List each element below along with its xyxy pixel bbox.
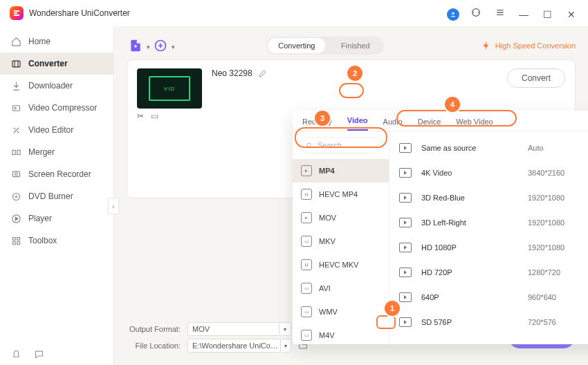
sidebar-item-label: Screen Recorder	[28, 169, 91, 179]
preset-resolution: 1280*720	[528, 268, 588, 277]
video-thumbnail[interactable]: VID ✂ ▭	[137, 68, 202, 109]
video-icon	[399, 193, 412, 203]
preset-name: SD 576P	[421, 318, 518, 326]
preset-name: HD 720P	[421, 268, 518, 277]
format-item-hevcmp4[interactable]: HHEVC MP4	[293, 182, 389, 206]
sidebar-item-label: Video Editor	[28, 125, 73, 135]
preset-item[interactable]: HD 720P1280*720	[389, 260, 588, 285]
sidebar-item-player[interactable]: Player	[0, 207, 113, 230]
sidebar-item-downloader[interactable]: Downloader	[0, 75, 113, 97]
sidebar-item-recorder[interactable]: Screen Recorder	[0, 163, 113, 185]
sidebar-item-label: Merger	[28, 147, 55, 157]
sidebar-item-label: Player	[28, 214, 52, 223]
tab-finished[interactable]: Finished	[327, 37, 384, 55]
file-location-select[interactable]: E:\Wondershare UniConverter ▾	[187, 339, 291, 353]
format-item-mov[interactable]: ▸MOV	[293, 206, 389, 230]
file-location-label: File Location:	[127, 341, 181, 350]
sidebar-item-dvd[interactable]: DVD Burner	[0, 185, 113, 207]
sidebar-item-converter[interactable]: Converter	[0, 53, 113, 75]
preset-name: 640P	[421, 293, 518, 301]
sidebar: Home Converter Downloader Video Compress…	[0, 26, 114, 365]
svg-rect-14	[17, 241, 20, 244]
chevron-down-icon: ▾	[172, 44, 175, 50]
feedback-icon[interactable]	[34, 349, 44, 359]
sidebar-item-label: Home	[28, 37, 50, 46]
toolbar: ▾ ▾ Converting Finished High Speed Conve…	[127, 32, 576, 59]
preset-list: Same as sourceAuto4K Video3840*21603D Re…	[389, 131, 588, 344]
sidebar-item-label: Toolbox	[28, 236, 57, 245]
preset-item[interactable]: 4K Video3840*2160	[389, 160, 588, 185]
tab-converting[interactable]: Converting	[268, 38, 325, 53]
preset-resolution: 3840*2160	[528, 169, 588, 177]
preset-item[interactable]: 3D Left-Right1920*1080	[389, 210, 588, 235]
sidebar-item-merger[interactable]: Merger	[0, 141, 113, 163]
format-item-hevcmkv[interactable]: HHEVC MKV	[293, 253, 389, 277]
svg-rect-6	[13, 171, 20, 177]
format-item-m4v[interactable]: ▭M4V	[293, 324, 389, 344]
callout-3: 3	[315, 111, 330, 126]
svg-point-0	[452, 12, 454, 14]
output-format-select[interactable]: MOV ▾	[187, 322, 291, 336]
preset-name: 4K Video	[421, 169, 518, 177]
ring-mp4	[295, 127, 387, 148]
video-icon	[399, 218, 412, 227]
callout-2: 2	[347, 66, 362, 81]
edit-name-icon[interactable]	[258, 69, 267, 78]
preset-resolution: 1920*1080	[528, 194, 588, 202]
window-maximize[interactable]: ☐	[541, 8, 555, 21]
svg-rect-13	[13, 241, 16, 244]
svg-rect-5	[17, 150, 20, 154]
svg-rect-2	[12, 61, 20, 67]
support-icon[interactable]	[469, 6, 483, 19]
ring-video-tab	[339, 83, 364, 98]
video-icon	[399, 292, 412, 302]
crop-icon[interactable]: ▭	[151, 111, 158, 121]
window-close[interactable]: ✕	[564, 8, 578, 21]
svg-rect-4	[12, 150, 15, 154]
format-item-wmv[interactable]: ▭WMV	[293, 300, 389, 324]
titlebar-right: — ☐ ✕	[440, 6, 578, 21]
preset-resolution: 960*640	[528, 293, 588, 301]
user-avatar-icon[interactable]	[447, 8, 459, 21]
sidebar-item-home[interactable]: Home	[0, 30, 113, 53]
format-list: Search ▸MP4 HHEVC MP4 ▸MOV ▭MKV HHEVC MK…	[293, 131, 389, 344]
add-folder-button[interactable]: ▾	[151, 37, 169, 55]
preset-item[interactable]: Same as sourceAuto	[389, 135, 588, 160]
add-file-button[interactable]: ▾	[127, 37, 145, 55]
preset-resolution: Auto	[528, 144, 588, 152]
window-minimize[interactable]: —	[517, 8, 531, 21]
sidebar-item-label: DVD Burner	[28, 191, 73, 201]
sidebar-item-compressor[interactable]: Video Compressor	[0, 97, 113, 119]
notifications-icon[interactable]	[11, 349, 21, 359]
preset-resolution: 720*576	[528, 318, 588, 326]
preset-item[interactable]: SD 576P720*576	[389, 310, 588, 335]
chevron-down-icon: ▾	[279, 324, 290, 335]
format-item-mp4[interactable]: ▸MP4	[293, 159, 389, 182]
trim-icon[interactable]: ✂	[137, 111, 144, 121]
video-icon	[399, 268, 412, 277]
titlebar: Wondershare UniConverter — ☐ ✕	[0, 0, 588, 26]
format-item-mkv[interactable]: ▭MKV	[293, 230, 389, 253]
app-logo-icon	[10, 6, 24, 20]
preset-item[interactable]: HD 1080P1920*1080	[389, 235, 588, 260]
preset-item[interactable]: 640P960*640	[389, 285, 588, 310]
sidebar-item-label: Downloader	[28, 81, 73, 91]
convert-button[interactable]: Convert	[507, 68, 565, 88]
video-icon	[399, 143, 412, 153]
preset-name: HD 1080P	[421, 243, 518, 252]
video-icon	[399, 168, 412, 178]
menu-icon[interactable]	[493, 6, 507, 19]
callout-1: 1	[385, 301, 400, 316]
sidebar-item-label: Converter	[28, 59, 68, 68]
svg-rect-11	[13, 237, 16, 240]
sidebar-item-toolbox[interactable]: Toolbox	[0, 230, 113, 252]
sidebar-item-editor[interactable]: Video Editor	[0, 119, 113, 141]
ring-output-format-dropdown	[376, 315, 396, 329]
chevron-down-icon: ▾	[147, 44, 150, 50]
preset-item[interactable]: 3D Red-Blue1920*1080	[389, 185, 588, 210]
file-location-value: E:\Wondershare UniConverter	[192, 341, 280, 350]
format-item-avi[interactable]: ▭AVI	[293, 277, 389, 300]
high-speed-conversion[interactable]: High Speed Conversion	[481, 41, 576, 50]
video-icon	[399, 317, 412, 327]
high-speed-label: High Speed Conversion	[495, 41, 576, 50]
